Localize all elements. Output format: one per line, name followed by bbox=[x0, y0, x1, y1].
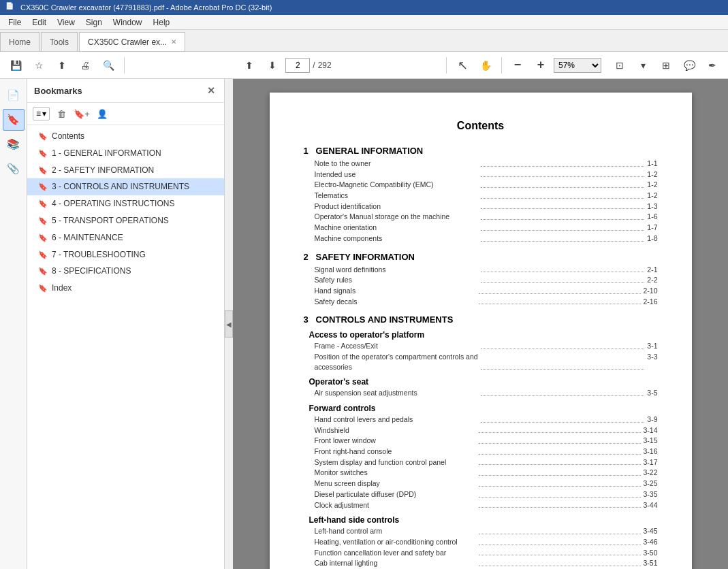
save-button[interactable]: 💾 bbox=[5, 56, 26, 75]
toc-subsection-lefthand: Left-hand side controls bbox=[309, 515, 658, 525]
toc-subsection-forward: Forward controls bbox=[309, 404, 658, 413]
panel-bookmarks-button[interactable]: 🔖 bbox=[3, 109, 25, 131]
bookmarks-sidebar: Bookmarks ✕ ≡ ▾ 🗑 🔖+ 👤 🔖 Contents 🔖 1 - … bbox=[27, 79, 225, 569]
toc-entry: Heating, ventilation or air-conditioning… bbox=[315, 537, 658, 547]
bookmark-label: 1 - GENERAL INFORMATION bbox=[52, 148, 161, 159]
fit-dropdown-button[interactable]: ▾ bbox=[633, 56, 653, 75]
zoom-select[interactable]: 57% 75% 100% 125% 150% bbox=[554, 58, 601, 73]
toc-entry: Machine components 1-8 bbox=[315, 233, 658, 244]
sidebar-close-button[interactable]: ✕ bbox=[205, 84, 217, 97]
toc-entry: Signal word definitions 2-1 bbox=[315, 265, 658, 275]
toc-entry: Frame - Access/Exit 3-1 bbox=[315, 341, 658, 351]
fit-page-button[interactable]: ⊡ bbox=[610, 56, 630, 75]
sidebar-add-button[interactable]: 🔖+ bbox=[73, 105, 91, 122]
cursor-tool-button[interactable]: ↖ bbox=[452, 56, 473, 75]
toc-entry: Front right-hand console 3-16 bbox=[315, 446, 658, 457]
panel-layers-button[interactable]: 📚 bbox=[3, 133, 25, 155]
separator-2 bbox=[446, 57, 447, 74]
toc-section-3: 3 CONTROLS AND INSTRUMENTS Access to ope… bbox=[304, 314, 658, 569]
view-mode-button[interactable]: ⊞ bbox=[656, 56, 676, 75]
separator-1 bbox=[124, 57, 125, 74]
pdf-viewer[interactable]: Contents 1 GENERAL INFORMATION Note to t… bbox=[233, 79, 728, 569]
toc-entry: Hand control levers and pedals 3-9 bbox=[315, 414, 658, 425]
sidebar-delete-button[interactable]: 🗑 bbox=[52, 105, 70, 122]
search-button[interactable]: 🔍 bbox=[98, 56, 118, 75]
tab-home[interactable]: Home bbox=[0, 32, 39, 51]
toc-section-3-header: 3 CONTROLS AND INSTRUMENTS bbox=[304, 314, 658, 325]
bookmark-label: 2 - SAFETY INFORMATION bbox=[52, 165, 154, 176]
page-down-button[interactable]: ⬇ bbox=[262, 56, 283, 75]
zoom-in-button[interactable]: + bbox=[531, 56, 551, 75]
menu-sign[interactable]: Sign bbox=[80, 16, 108, 29]
toc-entry: Windshield 3-14 bbox=[315, 425, 658, 436]
sign-button[interactable]: ✒ bbox=[702, 56, 723, 75]
app-icon: 📄 bbox=[5, 2, 16, 13]
bookmark-item-contents[interactable]: 🔖 Contents bbox=[27, 128, 224, 145]
bookmark-item-ch7[interactable]: 🔖 7 - TROUBLESHOOTING bbox=[27, 246, 224, 263]
page-separator: / bbox=[313, 61, 315, 70]
panel-pages-button[interactable]: 📄 bbox=[3, 84, 25, 106]
bookmark-item-index[interactable]: 🔖 Index bbox=[27, 280, 224, 297]
menu-help[interactable]: Help bbox=[148, 16, 176, 29]
tab-tools[interactable]: Tools bbox=[41, 32, 78, 51]
contents-heading: Contents bbox=[304, 120, 658, 132]
bookmark-label: 3 - CONTROLS AND INSTRUMENTS bbox=[52, 181, 189, 193]
toc-entry: Air suspension seat adjustments 3-5 bbox=[315, 388, 658, 398]
title-bar: 📄 CX350C Crawler excavator (47791883).pd… bbox=[0, 0, 728, 15]
pdf-page: Contents 1 GENERAL INFORMATION Note to t… bbox=[270, 93, 692, 569]
bookmark-icon: 🔖 bbox=[38, 148, 48, 159]
share-button[interactable]: ⬆ bbox=[52, 56, 72, 75]
menu-view[interactable]: View bbox=[52, 16, 80, 29]
bookmark-icon: 🔖 bbox=[38, 283, 48, 293]
page-number-input[interactable] bbox=[285, 58, 310, 73]
sidebar-toolbar: ≡ ▾ 🗑 🔖+ 👤 bbox=[27, 103, 224, 125]
menu-edit[interactable]: Edit bbox=[27, 16, 52, 29]
toc-section-2-header: 2 SAFETY INFORMATION bbox=[304, 252, 658, 262]
zoom-out-button[interactable]: − bbox=[507, 56, 528, 75]
page-up-button[interactable]: ⬆ bbox=[239, 56, 259, 75]
sidebar-options-dropdown[interactable]: ≡ ▾ bbox=[33, 107, 50, 120]
toc-entry: Hand signals 2-10 bbox=[315, 286, 658, 296]
toc-entry: Monitor switches 3-22 bbox=[315, 468, 658, 478]
bookmark-item-ch5[interactable]: 🔖 5 - TRANSPORT OPERATIONS bbox=[27, 212, 224, 229]
panel-attachments-button[interactable]: 📎 bbox=[3, 158, 25, 180]
toc-section-2: 2 SAFETY INFORMATION Signal word definit… bbox=[304, 252, 658, 307]
sidebar-properties-button[interactable]: 👤 bbox=[93, 105, 111, 122]
bookmark-item-ch2[interactable]: 🔖 2 - SAFETY INFORMATION bbox=[27, 162, 224, 179]
toc-section-1-header: 1 GENERAL INFORMATION bbox=[304, 146, 658, 156]
toc-entry: Operator's Manual storage on the machine… bbox=[315, 212, 658, 222]
bookmark-button[interactable]: ☆ bbox=[29, 56, 49, 75]
menu-bar: File Edit View Sign Window Help bbox=[0, 15, 728, 30]
toc-subsection-seat: Operator's seat bbox=[309, 377, 658, 387]
bookmark-list: 🔖 Contents 🔖 1 - GENERAL INFORMATION 🔖 2… bbox=[27, 125, 224, 569]
toc-entry: Telematics 1-2 bbox=[315, 191, 658, 201]
bookmark-icon: 🔖 bbox=[38, 199, 48, 209]
toc-entry: Safety rules 2-2 bbox=[315, 275, 658, 285]
comment-button[interactable]: 💬 bbox=[679, 56, 699, 75]
hand-tool-button[interactable]: ✋ bbox=[475, 56, 496, 75]
bookmark-item-ch1[interactable]: 🔖 1 - GENERAL INFORMATION bbox=[27, 145, 224, 162]
toc-entry: Left-hand control arm 3-45 bbox=[315, 526, 658, 536]
sidebar-collapse-button[interactable]: ◀ bbox=[225, 310, 233, 338]
main-area: 📄 🔖 📚 📎 Bookmarks ✕ ≡ ▾ 🗑 🔖+ 👤 🔖 Content… bbox=[0, 79, 728, 569]
bookmark-item-ch4[interactable]: 🔖 4 - OPERATING INSTRUCTIONS bbox=[27, 195, 224, 212]
bookmark-label: 5 - TRANSPORT OPERATIONS bbox=[52, 215, 169, 227]
menu-window[interactable]: Window bbox=[108, 16, 148, 29]
bookmark-label: 4 - OPERATING INSTRUCTIONS bbox=[52, 198, 174, 210]
title-bar-text: CX350C Crawler excavator (47791883).pdf … bbox=[20, 3, 272, 12]
toc-entry: Intended use 1-2 bbox=[315, 169, 658, 180]
bookmark-item-ch6[interactable]: 🔖 6 - MAINTENANCE bbox=[27, 229, 224, 246]
bookmark-item-ch3[interactable]: 🔖 3 - CONTROLS AND INSTRUMENTS bbox=[27, 178, 224, 195]
toc-entry: Cab internal lighting 3-51 bbox=[315, 558, 658, 568]
bookmark-icon: 🔖 bbox=[38, 182, 48, 192]
tab-document[interactable]: CX350C Crawler ex... ✕ bbox=[79, 32, 185, 51]
bookmark-item-ch8[interactable]: 🔖 8 - SPECIFICATIONS bbox=[27, 263, 224, 280]
bookmark-icon: 🔖 bbox=[38, 216, 48, 226]
left-icon-panel: 📄 🔖 📚 📎 bbox=[0, 79, 27, 569]
print-button[interactable]: 🖨 bbox=[75, 56, 95, 75]
tab-close-button[interactable]: ✕ bbox=[171, 38, 176, 46]
bookmark-label: Contents bbox=[52, 131, 84, 142]
menu-file[interactable]: File bbox=[3, 16, 27, 29]
sidebar-header: Bookmarks ✕ bbox=[27, 79, 224, 103]
bookmark-icon: 🔖 bbox=[38, 266, 48, 276]
